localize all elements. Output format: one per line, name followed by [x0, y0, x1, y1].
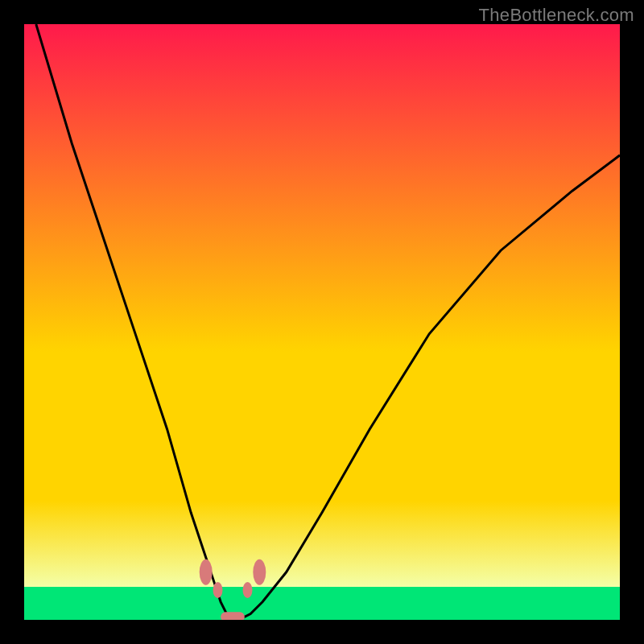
watermark-text: TheBottleneck.com — [479, 5, 634, 26]
chart-area — [24, 24, 620, 620]
chart-svg — [24, 24, 620, 620]
gradient-background — [24, 24, 620, 620]
marker-trough — [221, 612, 245, 620]
marker-dot — [243, 582, 253, 598]
marker-dot — [213, 582, 223, 598]
marker-dot — [200, 559, 213, 585]
marker-dot — [253, 559, 266, 585]
